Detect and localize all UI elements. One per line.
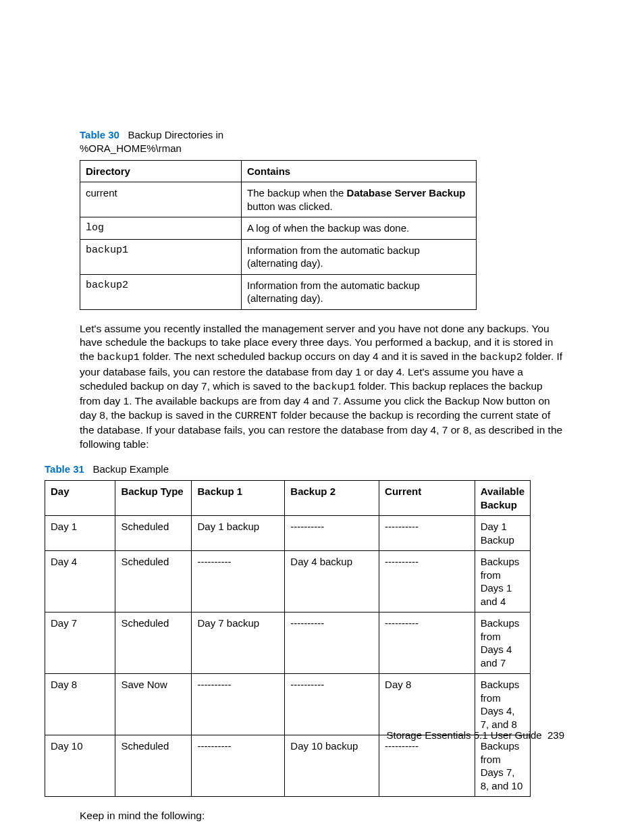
code-text: backup2 xyxy=(480,352,522,363)
t31-cell: ---------- xyxy=(379,516,475,551)
table-30-title-2: %ORA_HOME%\rman xyxy=(80,142,182,154)
t31-cell: Day 8 xyxy=(379,674,475,735)
table-row: Day 7ScheduledDay 7 backup--------------… xyxy=(45,613,531,674)
t31-h4: Current xyxy=(379,481,475,516)
t31-cell: Scheduled xyxy=(115,735,192,797)
text: The backup when the xyxy=(247,187,347,199)
t31-cell: Day 1 xyxy=(45,516,115,551)
t31-cell: ---------- xyxy=(285,613,379,674)
t31-h3: Backup 2 xyxy=(285,481,379,516)
t31-cell: Day 10 backup xyxy=(285,735,379,797)
t30-r2-contains: Information from the automatic backup (a… xyxy=(242,239,477,274)
t30-r3-dir: backup2 xyxy=(80,274,242,309)
page-footer: Storage Essentials 5.1 User Guide 239 xyxy=(387,729,565,741)
t31-h1: Backup Type xyxy=(115,481,192,516)
t31-h0: Day xyxy=(45,481,115,516)
t31-cell: Day 4 backup xyxy=(285,551,379,613)
table-31-caption: Table 31 Backup Example xyxy=(45,463,564,476)
table-31: Day Backup Type Backup 1 Backup 2 Curren… xyxy=(45,480,531,797)
table-row: Day 10Scheduled----------Day 10 backup--… xyxy=(45,735,531,797)
t31-cell: Day 1 backup xyxy=(192,516,285,551)
code-text: backup1 xyxy=(97,352,140,363)
table-row: log A log of when the backup was done. xyxy=(80,217,477,240)
t31-h5: Available Backup xyxy=(475,481,530,516)
t31-cell: Backups from Days 4, 7, and 8 xyxy=(475,674,530,735)
table-row: Day 1ScheduledDay 1 backup--------------… xyxy=(45,516,531,551)
t31-h2: Backup 1 xyxy=(192,481,285,516)
footer-text: Storage Essentials 5.1 User Guide xyxy=(387,729,542,741)
t31-cell: Day 7 backup xyxy=(192,613,285,674)
text-bold: Backup Now xyxy=(445,395,504,407)
t30-r1-dir: log xyxy=(80,217,242,240)
code-text: backup1 xyxy=(313,382,356,393)
t31-cell: ---------- xyxy=(285,516,379,551)
t30-r3-contains: Information from the automatic backup (a… xyxy=(242,274,477,309)
footer-page: 239 xyxy=(547,729,564,741)
t31-cell: Day 7 xyxy=(45,613,115,674)
table-30: Directory Contains current The backup wh… xyxy=(80,160,477,310)
t31-cell: ---------- xyxy=(379,551,475,613)
t31-cell: Day 4 xyxy=(45,551,115,613)
t31-cell: ---------- xyxy=(379,613,475,674)
table-row: backup2 Information from the automatic b… xyxy=(80,274,477,309)
closing-text: Keep in mind the following: xyxy=(80,809,564,823)
table-31-header-row: Day Backup Type Backup 1 Backup 2 Curren… xyxy=(45,481,531,516)
t31-cell: Day 8 xyxy=(45,674,115,735)
t30-r2-dir: backup1 xyxy=(80,239,242,274)
table-30-title-1: Backup Directories in xyxy=(128,129,223,140)
t31-cell: Save Now xyxy=(115,674,192,735)
table-30-header-row: Directory Contains xyxy=(80,160,477,182)
text: folder. The next scheduled backup occurs… xyxy=(140,350,480,362)
table-row: Day 4Scheduled----------Day 4 backup----… xyxy=(45,551,531,613)
t31-cell: Backups from Days 1 and 4 xyxy=(475,551,530,613)
t31-cell: Day 1 Backup xyxy=(475,516,530,551)
text: button was clicked. xyxy=(247,201,333,212)
text-bold: Database Server Backup xyxy=(347,187,466,199)
table-row: current The backup when the Database Ser… xyxy=(80,182,477,217)
t30-r0-contains: The backup when the Database Server Back… xyxy=(242,182,477,217)
t31-cell: Scheduled xyxy=(115,613,192,674)
t31-cell: Backups from Days 4 and 7 xyxy=(475,613,530,674)
t31-cell: ---------- xyxy=(192,735,285,797)
t30-r1-contains: A log of when the backup was done. xyxy=(242,217,477,240)
t30-r0-dir: current xyxy=(80,182,242,217)
table-30-caption: Table 30 Backup Directories in %ORA_HOME… xyxy=(80,128,564,156)
t31-cell: ---------- xyxy=(192,674,285,735)
code-text: CURRENT xyxy=(235,411,277,422)
t31-cell: ---------- xyxy=(192,551,285,613)
t31-cell: Day 10 xyxy=(45,735,115,797)
table-30-h1: Contains xyxy=(242,160,477,182)
table-30-h0: Directory xyxy=(80,160,242,182)
t31-cell: Scheduled xyxy=(115,551,192,613)
t31-cell: ---------- xyxy=(379,735,475,797)
t31-cell: Backups from Days 7, 8, and 10 xyxy=(475,735,530,797)
table-31-title: Backup Example xyxy=(92,463,169,475)
t31-cell: ---------- xyxy=(285,674,379,735)
table-row: backup1 Information from the automatic b… xyxy=(80,239,477,274)
table-row: Day 8Save Now--------------------Day 8Ba… xyxy=(45,674,531,735)
t31-cell: Scheduled xyxy=(115,516,192,551)
table-31-label: Table 31 xyxy=(45,463,84,475)
body-paragraph: Let's assume you recently installed the … xyxy=(80,322,564,452)
table-30-label: Table 30 xyxy=(80,129,119,140)
